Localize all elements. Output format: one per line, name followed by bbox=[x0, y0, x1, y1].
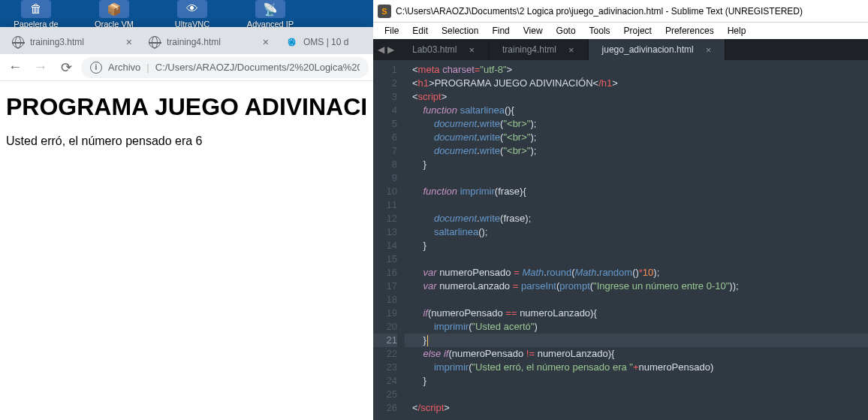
line-gutter: 1234567891011121314151617181920212223242… bbox=[373, 60, 405, 420]
tab-title: training4.html bbox=[167, 37, 258, 47]
tab-nav: ◀ ▶ bbox=[373, 39, 399, 60]
browser-tab[interactable]: training3.html × bbox=[5, 30, 140, 54]
editor-tab-label: juego_adivinacion.html bbox=[602, 44, 694, 55]
browser-tab[interactable]: training4.html × bbox=[141, 30, 276, 54]
url-separator: | bbox=[146, 62, 149, 73]
recycle-bin-icon: 🗑 bbox=[21, 0, 51, 18]
menu-bar: File Edit Selection Find View Goto Tools… bbox=[373, 23, 868, 39]
menu-view[interactable]: View bbox=[517, 24, 550, 38]
url-text: C:/Users/ARAOZJ/Documents/2%20Logica%20 bbox=[155, 62, 360, 73]
site-info-icon[interactable]: i bbox=[90, 62, 102, 74]
page-body: Usted erró, el número pensado era 6 bbox=[6, 134, 367, 148]
close-icon[interactable]: × bbox=[469, 44, 475, 56]
desktop-icon[interactable]: 📦Oracle VM bbox=[84, 0, 144, 29]
globe-icon bbox=[12, 36, 24, 48]
desktop-icon[interactable]: 📡Advanced IP bbox=[240, 0, 300, 29]
menu-tools[interactable]: Tools bbox=[583, 24, 617, 38]
menu-edit[interactable]: Edit bbox=[405, 24, 435, 38]
page-heading: PROGRAMA JUEGO ADIVINACIÓN bbox=[6, 93, 367, 121]
back-button[interactable]: ← bbox=[5, 57, 26, 78]
desktop-icon[interactable]: 👁UltraVNC bbox=[162, 0, 222, 29]
close-icon[interactable]: × bbox=[568, 44, 574, 56]
browser-tab[interactable]: ֎ OMS | 10 d bbox=[278, 30, 356, 54]
tab-prev-icon[interactable]: ◀ bbox=[378, 44, 384, 55]
editor-tab-label: Lab03.html bbox=[412, 44, 457, 55]
menu-preferences[interactable]: Preferences bbox=[659, 24, 721, 38]
editor-tab[interactable]: Lab03.html × bbox=[399, 39, 489, 60]
titlebar[interactable]: S C:\Users\ARAOZJ\Documents\2 Logica pro… bbox=[373, 0, 868, 23]
menu-project[interactable]: Project bbox=[617, 24, 659, 38]
menu-selection[interactable]: Selection bbox=[435, 24, 485, 38]
tab-title: training3.html bbox=[30, 37, 122, 47]
browser-tabstrip: training3.html × training4.html × ֎ OMS … bbox=[0, 27, 373, 54]
reload-button[interactable]: ⟳ bbox=[56, 57, 77, 78]
editor-tabstrip: ◀ ▶ Lab03.html × training4.html × juego_… bbox=[373, 39, 868, 60]
advanced-ip-icon: 📡 bbox=[255, 0, 285, 18]
who-icon: ֎ bbox=[285, 36, 297, 48]
desktop-icon[interactable]: 🗑Papelera de bbox=[6, 0, 66, 29]
editor-tab[interactable]: training4.html × bbox=[489, 39, 589, 60]
url-prefix: Archivo bbox=[108, 62, 140, 73]
tab-next-icon[interactable]: ▶ bbox=[387, 44, 394, 55]
address-bar[interactable]: i Archivo | C:/Users/ARAOZJ/Documents/2%… bbox=[81, 57, 369, 78]
code-content[interactable]: <meta charset="utf-8"><h1>PROGRAMA JUEGO… bbox=[405, 60, 868, 420]
sublime-icon: S bbox=[378, 5, 391, 18]
close-icon[interactable]: × bbox=[706, 44, 712, 56]
close-icon[interactable]: × bbox=[263, 37, 269, 47]
tab-title: OMS | 10 d bbox=[303, 37, 348, 47]
browser-toolbar: ← → ⟳ i Archivo | C:/Users/ARAOZJ/Docume… bbox=[0, 54, 373, 81]
forward-button[interactable]: → bbox=[30, 57, 51, 78]
browser-viewport: PROGRAMA JUEGO ADIVINACIÓN Usted erró, e… bbox=[0, 81, 373, 420]
menu-goto[interactable]: Goto bbox=[550, 24, 583, 38]
editor-tab-active[interactable]: juego_adivinacion.html × bbox=[589, 39, 726, 60]
chrome-window: training3.html × training4.html × ֎ OMS … bbox=[0, 27, 373, 420]
menu-help[interactable]: Help bbox=[721, 24, 753, 38]
editor-tab-label: training4.html bbox=[502, 44, 556, 55]
virtualbox-icon: 📦 bbox=[99, 0, 129, 18]
globe-icon bbox=[149, 36, 161, 48]
menu-find[interactable]: Find bbox=[485, 24, 516, 38]
sublime-window: S C:\Users\ARAOZJ\Documents\2 Logica pro… bbox=[373, 0, 868, 420]
menu-file[interactable]: File bbox=[378, 24, 405, 38]
desktop-icons: 🗑Papelera de 📦Oracle VM 👁UltraVNC 📡Advan… bbox=[0, 0, 306, 29]
ultravnc-icon: 👁 bbox=[177, 0, 207, 18]
close-icon[interactable]: × bbox=[126, 37, 132, 47]
window-title: C:\Users\ARAOZJ\Documents\2 Logica pro\j… bbox=[396, 6, 803, 17]
code-editor[interactable]: 1234567891011121314151617181920212223242… bbox=[373, 60, 868, 420]
